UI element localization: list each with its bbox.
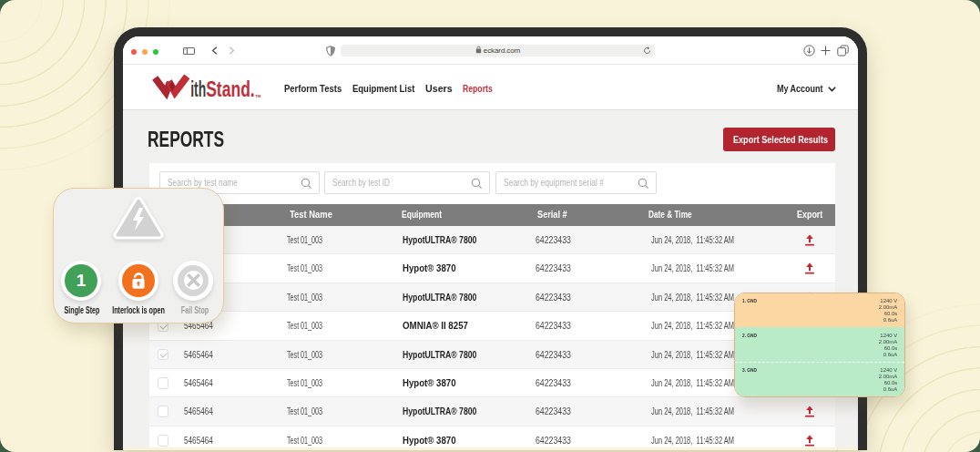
svg-text:TM: TM (255, 93, 261, 98)
svg-text:ith: ith (190, 77, 206, 99)
svg-text:Stand.: Stand. (206, 77, 255, 99)
